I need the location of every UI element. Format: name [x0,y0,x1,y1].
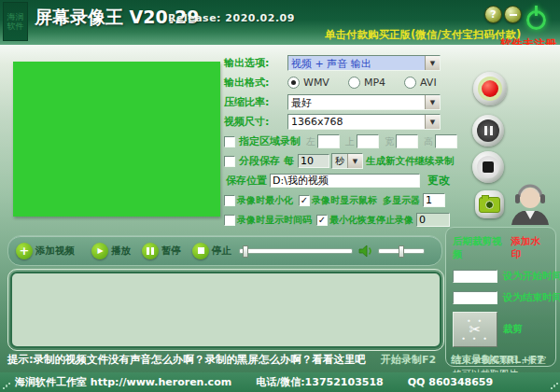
stop-label: 停止 [212,245,231,258]
segment-save-checkbox[interactable] [224,156,235,167]
hotkey-stop: 结束录制CTRL+F7 [451,353,543,367]
region-left-label: 左 [306,135,315,148]
add-video-label: 添加视频 [35,245,75,258]
dropdown-arrow-icon[interactable]: ▼ [425,115,440,129]
change-path-button[interactable]: 更改 [427,173,450,189]
end-time-input[interactable] [453,291,497,304]
screenshot-camera-button[interactable] [475,190,504,218]
multi-display-label: 多显示器 [383,194,420,207]
restore-stop-input[interactable] [416,213,450,227]
avatar-image [506,182,554,225]
stop-icon [192,243,209,259]
restore-stop-label: 最小化恢复停止录像 [329,214,413,227]
minimize-on-record-label: 录像时最小化 [237,194,293,207]
video-size-label: 视频尺寸: [224,115,287,129]
radio-avi[interactable] [404,77,416,89]
resize-grip-right[interactable] [550,382,558,390]
help-button[interactable]: ? [484,6,502,23]
radio-avi-label: AVI [420,77,437,89]
seek-slider[interactable] [239,245,353,257]
set-start-time-button[interactable]: 设为开始时间 [503,270,560,283]
save-path-label: 保存位置 [226,174,267,188]
show-cursor-checkbox[interactable] [299,195,310,206]
recording-preview-area [13,62,220,217]
segment-unit-select[interactable]: 秒 ▼ [331,153,363,169]
add-watermark-link[interactable]: 添加水印 [511,235,550,261]
plus-icon: + [16,243,33,259]
pause-recording-button[interactable] [472,115,504,147]
output-option-label: 输出选项: [224,56,287,70]
minimize-on-record-checkbox[interactable] [224,195,235,206]
stop-recording-button[interactable] [472,151,504,183]
region-height-input[interactable] [435,134,457,148]
output-option-row: 输出选项: 视频 + 声音 输出 ▼ [224,53,450,73]
output-option-select[interactable]: 视频 + 声音 输出 ▼ [287,55,441,71]
compression-select[interactable]: 最好 ▼ [287,94,441,110]
play-button[interactable]: ▶ 播放 [91,243,131,259]
multi-display-input[interactable] [423,193,445,207]
record-icon [482,80,498,97]
video-size-row: 视频尺寸: 1366x768 ▼ [224,112,450,132]
hotkey-start: 开始录制F2 [381,353,436,367]
end-time-row: 设为结束时间 [453,291,550,304]
question-icon: ? [490,8,496,21]
seek-track[interactable] [239,248,353,254]
volume-slider[interactable] [378,245,425,257]
minimize-button[interactable] [504,6,522,23]
stop-playback-button[interactable]: 停止 [192,243,231,259]
segment-every-label: 每 [284,154,294,168]
show-timecode-checkbox[interactable] [224,215,235,226]
region-record-checkbox[interactable] [224,136,235,147]
crop-label: 裁剪 [503,323,523,336]
set-end-time-button[interactable]: 设为结束时间 [503,291,560,304]
dropdown-arrow-icon[interactable]: ▼ [347,154,362,168]
region-top-input[interactable] [357,134,379,148]
record-button[interactable] [473,72,507,105]
pause-icon [477,119,499,142]
segment-seconds-input[interactable] [298,154,329,168]
restore-stop-checkbox[interactable] [316,215,328,226]
resize-grip-left[interactable] [2,382,10,390]
region-left-input[interactable] [317,134,340,148]
tip-text[interactable]: 提示:录制的视频文件没有声音怎么办啊？录制的黑屏怎么办啊？看看这里吧 [7,353,366,367]
status-bar: 海润软件工作室 http://www.heroren.com 电话/微信:137… [0,372,560,392]
compression-label: 压缩比率: [224,95,287,109]
crop-row: ∙ ∙ ✂ ∙ ∙ ∙ 裁剪 [453,312,550,347]
region-record-row: 指定区域录制 左 上 宽 高 [224,132,450,151]
pause-playback-button[interactable]: 暂停 [142,243,181,259]
output-option-value: 视频 + 声音 输出 [288,56,425,70]
record-options-row-1: 录像时最小化 录像时显示鼠标 多显示器 [224,190,450,210]
buy-license-link[interactable]: 单击付款购买正版(微信/支付宝扫码付款) [325,28,521,42]
volume-thumb[interactable] [399,245,404,258]
radio-mp4[interactable] [348,77,360,89]
save-path-input[interactable] [270,174,420,188]
video-size-select[interactable]: 1366x768 ▼ [287,114,441,130]
region-width-input[interactable] [396,134,418,148]
compression-value: 最好 [288,95,425,109]
start-time-row: 设为开始时间 [453,270,550,283]
save-path-row: 保存位置 更改 [224,171,450,190]
video-list[interactable] [10,272,441,348]
region-record-label: 指定区域录制 [239,134,301,148]
tip-line: 提示:录制的视频文件没有声音怎么办啊？录制的黑屏怎么办啊？看看这里吧 开始录制F… [7,353,554,367]
crop-panel-header: 后期裁剪视频 添加水印 [453,235,550,261]
play-label: 播放 [111,245,131,258]
speaker-icon[interactable] [358,245,374,258]
region-height-label: 高 [424,135,433,148]
close-button[interactable] [523,3,549,33]
settings-panel: 输出选项: 视频 + 声音 输出 ▼ 输出格式: WMV MP4 AVI 压缩比… [224,53,450,230]
dropdown-arrow-icon[interactable]: ▼ [425,56,440,70]
show-timecode-label: 录像时显示时间码 [237,214,312,227]
power-icon-bar [535,6,538,16]
crop-button[interactable]: ∙ ∙ ✂ ∙ ∙ ∙ [453,312,497,347]
seek-thumb[interactable] [243,245,248,258]
title-bar: 海润软件 屏幕录像王 V20.29 Release: 2020.02.09 ? … [0,0,560,45]
main-area: 输出选项: 视频 + 声音 输出 ▼ 输出格式: WMV MP4 AVI 压缩比… [0,45,560,372]
play-icon: ▶ [91,243,108,259]
radio-wmv[interactable] [287,77,300,89]
add-video-button[interactable]: + 添加视频 [16,243,75,259]
start-time-input[interactable] [453,270,497,283]
video-list-container [7,269,444,351]
output-format-label: 输出格式: [224,76,287,90]
dropdown-arrow-icon[interactable]: ▼ [425,95,440,109]
